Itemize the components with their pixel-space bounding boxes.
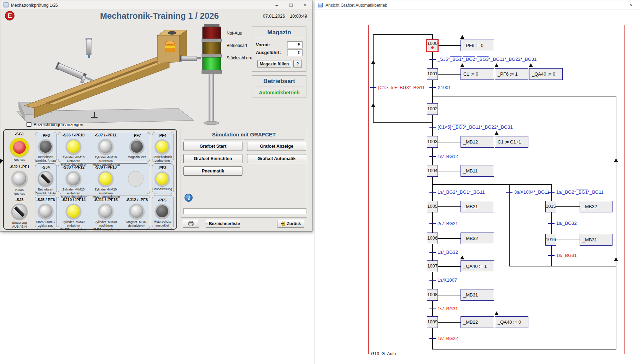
control-button-sj7-pf11[interactable]	[98, 139, 113, 154]
grafcet-transition-8[interactable]: 2s/_BG21	[438, 221, 458, 227]
grafcet-transition-10[interactable]: 1s/_BG32	[438, 249, 458, 255]
sim-button-grafcet-einrichten[interactable]: Grafcet Einrichten	[183, 154, 242, 163]
ausgefuehrt-value[interactable]: 0	[287, 49, 303, 56]
sim-button-pneumatik[interactable]: Pneumatik	[183, 166, 242, 176]
grafcet-step-1000[interactable]: 1000	[427, 40, 438, 51]
grafcet-action-1007-9: _QA40 := 1	[461, 260, 494, 272]
sim-button-grafcet-start[interactable]: Grafcet Start	[183, 142, 242, 151]
control-button-pf2[interactable]	[155, 171, 170, 186]
control-button-sj10-pf14[interactable]	[66, 204, 81, 219]
flow-arrow-up-icon	[460, 35, 464, 39]
control-button-sg1[interactable]	[10, 138, 29, 157]
grafcet-connector	[438, 322, 461, 323]
vorrat-value[interactable]: 5	[287, 41, 303, 48]
grafcet-transition-5[interactable]: 1s/_BG2*_BG1*_BG11	[438, 189, 485, 195]
grafcet-step-1002[interactable]: 1002	[427, 103, 438, 115]
info-icon[interactable]: i	[184, 194, 193, 202]
grafcet-line	[373, 34, 433, 35]
control-sub-sj4: Betriebsart Einricht. / Auto	[35, 188, 57, 195]
transition-tick	[506, 192, 512, 193]
grafcet-action-1004-6: _MB11	[461, 165, 494, 177]
zurueck-button[interactable]: Zurück	[277, 220, 304, 228]
grafcet-step-1009[interactable]: 1009	[427, 316, 438, 328]
grafcet-connector	[438, 295, 461, 295]
control-id-pf4: -PF4	[141, 133, 183, 137]
grafcet-step-1007[interactable]: 1007	[427, 260, 438, 272]
rotary-knob	[41, 174, 51, 184]
control-button-sj11-pf15[interactable]	[98, 204, 113, 219]
grafcet-transition-14[interactable]: 1s/_BG22	[438, 336, 458, 341]
grafcet-step-1005[interactable]: 1005	[427, 201, 438, 212]
control-button-sj6-pf10[interactable]	[66, 139, 81, 154]
control-sub-sj11-pf15: Zylinder -MM30 ausfahren -MM30 ausgefahr…	[89, 220, 123, 231]
bezeichnungen-checkbox-label: Bezeichnungen anzeigen	[34, 122, 83, 127]
flow-arrow-up-icon	[494, 311, 499, 315]
grafcet-transition-2[interactable]: X1001	[438, 85, 451, 90]
divider	[184, 139, 304, 140]
divider	[255, 87, 303, 87]
magazin-title: Magazin	[252, 27, 306, 36]
grafcet-transition-1[interactable]: [C1>=5]+_BG3*_BG11	[378, 85, 425, 90]
control-button-pf4[interactable]	[155, 139, 170, 154]
grafcet-transition-7[interactable]: 1s/_BG2*_BG1*_BG11	[556, 189, 603, 195]
control-button-pf3[interactable]	[38, 139, 53, 154]
grafcet-transition-11[interactable]: 1s/_BG31	[556, 253, 577, 258]
tower-label-betriebsart: Betriebsart	[227, 43, 247, 48]
control-button-sj5-pf6[interactable]	[38, 204, 53, 219]
vorrat-label: Vorrat:	[256, 42, 270, 47]
transition-tick	[429, 280, 436, 281]
control-button-sj9-pf13[interactable]	[98, 171, 113, 187]
control-button-sj12-pf8[interactable]	[129, 204, 145, 219]
grafcet-step-1016[interactable]: 1016	[545, 234, 556, 246]
control-button-sj3[interactable]	[11, 204, 28, 220]
grafcet-step-1004[interactable]: 1004	[427, 165, 438, 177]
control-button-sj4[interactable]	[38, 171, 53, 187]
control-button-pf5[interactable]	[155, 204, 170, 219]
grafcet-transition-9[interactable]: 1s/_BG32	[556, 221, 577, 226]
grafcet-transition-4[interactable]: 1s/_BG12	[438, 154, 458, 159]
close-button[interactable]: ×	[298, 0, 312, 10]
sim-button-grafcet-anzeige[interactable]: Grafcet Anzeige	[247, 142, 306, 151]
hardware-control-panel: -SG1Not-Aus-SJ2 / -PF1Reset Not-Aus-SJ3S…	[3, 129, 177, 230]
page-title: Mechatronik-Training 1 / 2026	[71, 11, 248, 21]
grafcet-step-1003[interactable]: 1003	[427, 136, 438, 148]
control-button-sj8-pf12[interactable]	[66, 171, 81, 187]
grafcet-transition-3[interactable]: [C1<5]*_BG3*_BG11*_BG22*_BG31	[438, 124, 513, 130]
time: 10:00:49	[290, 14, 307, 19]
grafcet-step-1008[interactable]: 1008	[427, 289, 438, 301]
grafcet-transition-13[interactable]: 1s/_BG31	[438, 306, 458, 312]
grafcet-line	[509, 266, 616, 266]
print-button[interactable]	[183, 220, 199, 228]
control-button-blank[interactable]	[128, 171, 143, 187]
grafcet-transition-0[interactable]: _SJ5*_BG1*_BG2*_BG3*_BG11*_BG22*_BG31	[438, 57, 537, 62]
grafcet-line	[432, 349, 616, 350]
grafcet-connector	[438, 74, 461, 75]
magazin-help-button[interactable]: ?	[293, 60, 302, 68]
bezeichnungen-checkbox[interactable]	[27, 122, 31, 127]
maximize-button[interactable]	[284, 0, 298, 10]
grafcet-step-1015[interactable]: 1015	[545, 201, 556, 212]
minimize-button[interactable]: –	[270, 0, 284, 10]
flow-arrow-up-icon	[614, 257, 618, 261]
grafcet-transition-6[interactable]: 3s/X1004*_BG11	[514, 189, 550, 195]
zurueck-label: Zurück	[287, 221, 301, 226]
magazin-fuellen-button[interactable]: Magazin füllen	[257, 60, 291, 68]
grafcet-action-1000-0: _PF6 := 0	[461, 40, 494, 51]
lamp-amber-betriebsart	[203, 42, 221, 54]
control-sub-sj9-pf13: Zylinder -MM20 ausfahren -MM20 ausgefahr…	[89, 188, 123, 199]
control-sub-sj5-pf6: Start Autom. / Zyklus EIN	[35, 220, 57, 228]
betriebsart-panel: Betriebsart Automatikbetrieb	[252, 75, 306, 98]
control-id-pf2: -PF2	[141, 165, 183, 170]
sim-button-grafcet-automatik[interactable]: Grafcet Automatik	[247, 154, 306, 163]
window-icon	[4, 2, 8, 7]
bezeichnerliste-button[interactable]: Bezeichnerliste	[206, 220, 240, 228]
grafcet-step-1001[interactable]: 1001	[427, 68, 438, 80]
grafcet-step-1006[interactable]: 1006	[427, 233, 438, 244]
control-button-pf7[interactable]	[129, 139, 144, 154]
left-titlebar: Mechatronikprüfung 1/26 – ×	[0, 0, 312, 10]
transition-tick	[429, 87, 436, 88]
transition-tick	[429, 252, 436, 253]
divider	[255, 38, 303, 38]
grafcet-transition-12[interactable]: 1s/X1007	[438, 277, 457, 283]
control-button-sj2-pf1[interactable]	[11, 171, 28, 187]
